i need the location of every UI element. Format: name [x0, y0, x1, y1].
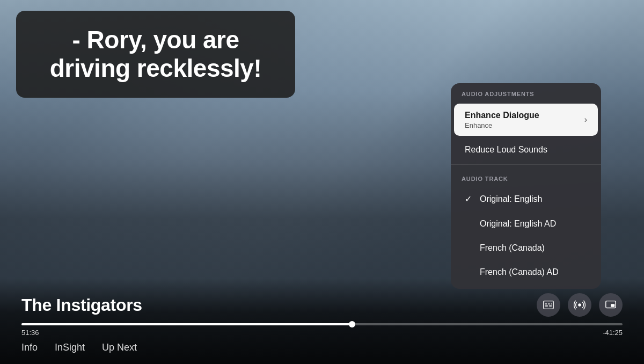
track-french-canada-ad[interactable]: French (Canada) AD — [454, 260, 598, 283]
enhance-dialogue-title: Enhance Dialogue — [465, 110, 539, 120]
subtitle-box: - Rory, you are driving recklessly! — [16, 11, 295, 98]
pip-icon — [605, 299, 617, 311]
nav-tabs: Info InSight Up Next — [21, 342, 623, 353]
track-label-1: Original: English AD — [480, 219, 556, 229]
progress-track — [21, 323, 623, 325]
subtitles-icon — [543, 299, 554, 311]
progress-container[interactable]: 51:36 -41:25 — [21, 323, 623, 337]
audio-icon — [574, 299, 586, 311]
track-label-0: Original: English — [480, 194, 543, 204]
audio-track-label: AUDIO TRACK — [451, 168, 601, 186]
pip-button[interactable] — [599, 293, 623, 317]
time-row: 51:36 -41:25 — [21, 329, 623, 337]
movie-title: The Instigators — [21, 295, 142, 315]
title-row: The Instigators — [21, 293, 623, 317]
chevron-right-icon: › — [584, 115, 587, 125]
audio-panel: AUDIO ADJUSTMENTS Enhance Dialogue Enhan… — [451, 83, 601, 289]
svg-rect-5 — [549, 305, 552, 307]
track-french-canada[interactable]: French (Canada) — [454, 236, 598, 259]
enhance-dialogue-item[interactable]: Enhance Dialogue Enhance › — [454, 104, 598, 136]
remaining-time: -41:25 — [603, 329, 623, 337]
tab-info[interactable]: Info — [21, 342, 38, 353]
audio-button[interactable] — [568, 293, 591, 317]
panel-separator — [451, 164, 601, 165]
progress-thumb — [349, 321, 355, 327]
tab-insight[interactable]: InSight — [55, 342, 85, 353]
svg-rect-2 — [548, 303, 550, 304]
subtitles-button[interactable] — [537, 293, 560, 317]
check-icon: ✓ — [465, 194, 475, 204]
svg-point-6 — [578, 303, 581, 307]
track-original-english[interactable]: ✓ Original: English — [454, 187, 598, 210]
svg-rect-1 — [545, 303, 547, 304]
svg-rect-0 — [544, 301, 553, 309]
audio-adjustments-label: AUDIO ADJUSTMENTS — [451, 83, 601, 101]
controls-bar: The Instigators — [0, 293, 644, 364]
tab-up-next[interactable]: Up Next — [102, 342, 137, 353]
reduce-loud-sounds-title: Reduce Loud Sounds — [465, 144, 547, 155]
track-label-2: French (Canada) — [480, 243, 545, 253]
control-icons — [537, 293, 623, 317]
subtitle-text: - Rory, you are driving recklessly! — [35, 26, 276, 83]
svg-rect-4 — [545, 305, 548, 307]
current-time: 51:36 — [21, 329, 39, 337]
track-label-3: French (Canada) AD — [480, 267, 559, 277]
enhance-dialogue-subtitle: Enhance — [465, 121, 539, 129]
track-original-english-ad[interactable]: Original: English AD — [454, 212, 598, 235]
svg-rect-3 — [551, 303, 552, 304]
progress-fill — [21, 323, 352, 325]
svg-rect-8 — [611, 304, 614, 307]
reduce-loud-sounds-item[interactable]: Reduce Loud Sounds — [454, 138, 598, 161]
